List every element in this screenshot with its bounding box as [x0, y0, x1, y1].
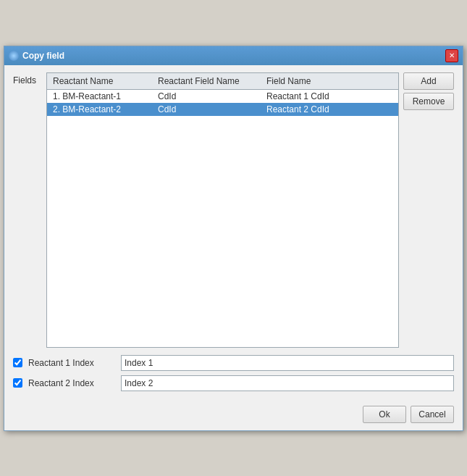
remove-button[interactable]: Remove — [403, 93, 454, 110]
ok-button[interactable]: Ok — [363, 406, 406, 423]
dialog-body: Fields Reactant Name Reactant Field Name… — [4, 65, 463, 398]
fields-content: Reactant Name Reactant Field Name Field … — [46, 72, 454, 348]
fields-table: Reactant Name Reactant Field Name Field … — [46, 72, 399, 348]
reactant1-index-input[interactable] — [121, 355, 454, 371]
title-bar: Copy field ✕ — [4, 46, 463, 65]
cell-field-name-1: Reactant 1 CdId — [261, 91, 398, 102]
table-row[interactable]: 1. BM-Reactant-1 CdId Reactant 1 CdId — [47, 90, 398, 103]
cell-reactant-name-1: 1. BM-Reactant-1 — [47, 91, 152, 102]
cell-reactant-field-1: CdId — [152, 91, 261, 102]
cancel-button[interactable]: Cancel — [411, 406, 454, 423]
reactant2-index-input[interactable] — [121, 375, 454, 391]
cell-reactant-name-2: 2. BM-Reactant-2 — [47, 104, 152, 115]
reactant2-index-checkbox[interactable] — [13, 378, 22, 388]
dialog-title: Copy field — [22, 51, 64, 61]
col-header-reactant-name: Reactant Name — [47, 75, 152, 88]
reactant1-index-label: Reactant 1 Index — [28, 358, 115, 368]
copy-field-dialog: Copy field ✕ Fields Reactant Name Reacta… — [4, 46, 463, 431]
col-header-reactant-field: Reactant Field Name — [152, 75, 261, 88]
close-button[interactable]: ✕ — [445, 49, 458, 62]
title-bar-left: Copy field — [9, 51, 64, 61]
index-section: Reactant 1 Index Reactant 2 Index — [13, 355, 454, 391]
col-header-field-name: Field Name — [261, 75, 398, 88]
dialog-icon — [9, 51, 19, 61]
add-button[interactable]: Add — [403, 72, 454, 90]
reactant1-index-checkbox[interactable] — [13, 358, 22, 367]
table-header: Reactant Name Reactant Field Name Field … — [47, 73, 398, 90]
fields-label: Fields — [13, 72, 41, 348]
bottom-buttons: Ok Cancel — [4, 398, 463, 430]
fields-section: Fields Reactant Name Reactant Field Name… — [13, 72, 454, 348]
cell-reactant-field-2: CdId — [152, 104, 261, 115]
table-buttons: Add Remove — [403, 72, 454, 348]
table-row[interactable]: 2. BM-Reactant-2 CdId Reactant 2 CdId — [47, 103, 398, 116]
cell-field-name-2: Reactant 2 CdId — [261, 104, 398, 115]
reactant2-index-row: Reactant 2 Index — [13, 375, 454, 391]
reactant2-index-label: Reactant 2 Index — [28, 378, 115, 388]
reactant1-index-row: Reactant 1 Index — [13, 355, 454, 371]
